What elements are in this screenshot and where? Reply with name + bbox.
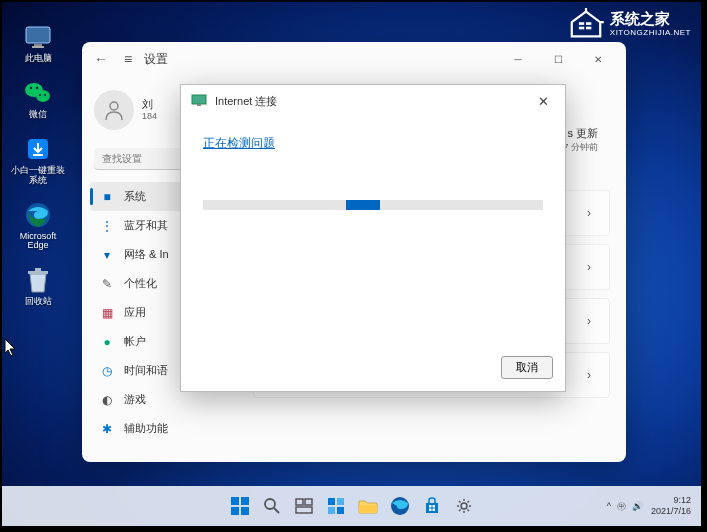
taskbar-clock[interactable]: 9:12 2021/7/16 xyxy=(651,495,691,517)
system-tray[interactable]: ^ ㊥ 🔊 xyxy=(607,500,643,513)
svg-rect-2 xyxy=(579,27,584,30)
chevron-right-icon: › xyxy=(587,314,591,328)
tray-chevron-icon[interactable]: ^ xyxy=(607,501,611,511)
pc-icon xyxy=(23,22,53,52)
window-title: 设置 xyxy=(144,51,168,68)
explorer-button[interactable] xyxy=(355,493,381,519)
svg-point-9 xyxy=(30,87,32,89)
cursor-icon xyxy=(4,338,18,358)
gaming-icon: ◐ xyxy=(100,393,114,407)
desktop-icons: 此电脑 微信 小白一键重装系统 Microsoft Edge 回收站 xyxy=(10,22,66,307)
desktop-icon-recycle[interactable]: 回收站 xyxy=(10,265,66,307)
search-button[interactable] xyxy=(259,493,285,519)
clock-time: 9:12 xyxy=(651,495,691,506)
svg-line-26 xyxy=(274,508,279,513)
svg-point-10 xyxy=(36,87,38,89)
store-button[interactable] xyxy=(419,493,445,519)
svg-rect-32 xyxy=(328,507,335,514)
svg-rect-14 xyxy=(33,154,43,156)
wechat-icon xyxy=(23,78,53,108)
svg-point-8 xyxy=(36,90,50,102)
svg-rect-20 xyxy=(197,104,201,106)
nav-label: 网络 & In xyxy=(124,247,169,262)
nav-item-access[interactable]: ✱辅助功能 xyxy=(90,414,237,443)
edge-icon xyxy=(23,200,53,230)
svg-rect-31 xyxy=(337,498,344,505)
svg-point-18 xyxy=(110,102,118,110)
watermark-cn: 系统之家 xyxy=(610,10,691,28)
svg-point-25 xyxy=(265,499,275,509)
svg-rect-1 xyxy=(586,22,591,25)
nav-label: 系统 xyxy=(124,189,146,204)
chevron-right-icon: › xyxy=(587,206,591,220)
hamburger-icon[interactable]: ≡ xyxy=(124,51,132,67)
cancel-button[interactable]: 取消 xyxy=(501,356,553,379)
nav-label: 游戏 xyxy=(124,392,146,407)
nav-label: 帐户 xyxy=(124,334,146,349)
desktop-icon-this-pc[interactable]: 此电脑 xyxy=(10,22,66,64)
task-view-button[interactable] xyxy=(291,493,317,519)
dialog-close-button[interactable]: ✕ xyxy=(530,90,557,113)
nav-label: 蓝牙和其 xyxy=(124,218,168,233)
avatar-icon xyxy=(94,90,134,130)
progress-chunk xyxy=(346,200,380,210)
desktop-icon-label: 回收站 xyxy=(25,297,52,307)
svg-point-11 xyxy=(39,94,41,96)
profile-name: 刘 xyxy=(142,97,157,111)
svg-rect-0 xyxy=(579,22,584,25)
chevron-right-icon: › xyxy=(587,260,591,274)
recycle-icon xyxy=(23,265,53,295)
minimize-button[interactable]: ─ xyxy=(498,45,538,73)
svg-rect-36 xyxy=(429,505,432,508)
desktop-icon-wechat[interactable]: 微信 xyxy=(10,78,66,120)
dialog-titlebar: Internet 连接 ✕ xyxy=(181,85,565,117)
svg-rect-17 xyxy=(35,268,41,271)
svg-rect-39 xyxy=(432,509,435,512)
dialog-title: Internet 连接 xyxy=(215,94,277,109)
back-button[interactable]: ← xyxy=(90,51,112,67)
dialog-body: 正在检测问题 xyxy=(181,117,565,348)
svg-rect-38 xyxy=(429,509,432,512)
nav-label: 个性化 xyxy=(124,276,157,291)
network-icon xyxy=(191,93,207,109)
desktop-icon-label: 此电脑 xyxy=(25,54,52,64)
network-icon: ▾ xyxy=(100,248,114,262)
watermark: 系统之家 XITONGZHIJIA.NET xyxy=(568,8,691,40)
volume-icon[interactable]: 🔊 xyxy=(632,501,643,511)
close-button[interactable]: ✕ xyxy=(578,45,618,73)
troubleshoot-dialog: Internet 连接 ✕ 正在检测问题 取消 xyxy=(180,84,566,392)
svg-rect-19 xyxy=(192,95,206,104)
settings-taskbar-button[interactable] xyxy=(451,493,477,519)
dialog-footer: 取消 xyxy=(181,348,565,391)
svg-rect-6 xyxy=(32,46,44,48)
taskbar: ^ ㊥ 🔊 9:12 2021/7/16 xyxy=(2,486,701,526)
clock-date: 2021/7/16 xyxy=(651,506,691,517)
accounts-icon: ● xyxy=(100,335,114,349)
svg-rect-34 xyxy=(359,505,377,513)
ime-icon[interactable]: ㊥ xyxy=(617,500,626,513)
edge-button[interactable] xyxy=(387,493,413,519)
svg-rect-24 xyxy=(241,507,249,515)
desktop-icon-label: Microsoft Edge xyxy=(10,232,66,252)
desktop-icon-label: 小白一键重装系统 xyxy=(10,166,66,186)
svg-rect-33 xyxy=(337,507,344,514)
chevron-right-icon: › xyxy=(587,368,591,382)
desktop-icon-edge[interactable]: Microsoft Edge xyxy=(10,200,66,252)
svg-point-40 xyxy=(461,503,467,509)
profile-sub: 184 xyxy=(142,111,157,123)
svg-rect-23 xyxy=(231,507,239,515)
svg-rect-4 xyxy=(26,27,50,43)
svg-rect-22 xyxy=(241,497,249,505)
watermark-logo-icon xyxy=(568,8,604,40)
start-button[interactable] xyxy=(227,493,253,519)
svg-rect-3 xyxy=(586,27,591,30)
widgets-button[interactable] xyxy=(323,493,349,519)
maximize-button[interactable]: ☐ xyxy=(538,45,578,73)
nav-label: 时间和语 xyxy=(124,363,168,378)
desktop-icon-xiaobai[interactable]: 小白一键重装系统 xyxy=(10,134,66,186)
progress-bar xyxy=(203,200,543,210)
svg-rect-21 xyxy=(231,497,239,505)
svg-rect-28 xyxy=(305,499,312,505)
system-icon: ■ xyxy=(100,190,114,204)
svg-rect-16 xyxy=(28,271,48,274)
